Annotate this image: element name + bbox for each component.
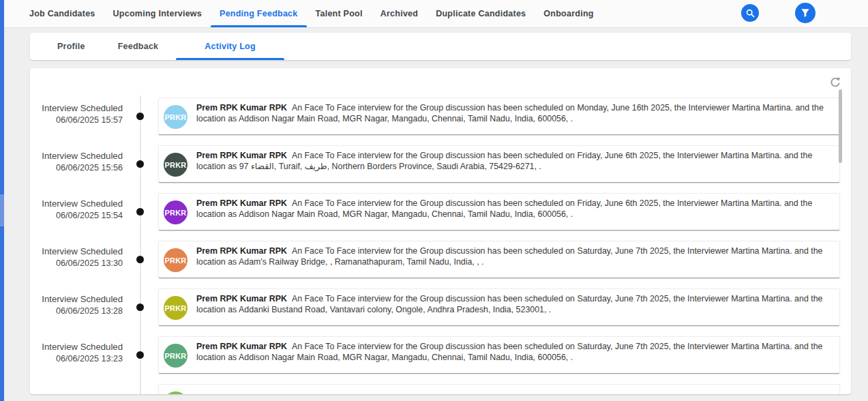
timeline-dot-icon — [136, 113, 144, 120]
candidate-name: Prem RPK Kumar RPK — [196, 103, 287, 113]
sub-tab-label: Profile — [57, 42, 85, 51]
activity-log-entry: Interview Scheduled 06/06/2025 15:54 PRK… — [30, 193, 851, 231]
left-scrollbar-rail[interactable] — [0, 0, 4, 401]
entry-timestamp: 06/06/2025 15:54 — [30, 210, 123, 222]
activity-log-entry: Interview Scheduled 06/06/2025 15:57 PRK… — [30, 98, 851, 135]
entry-event-block: Interview Scheduled 06/06/2025 15:54 — [30, 198, 123, 222]
entry-timestamp: 06/06/2025 13:30 — [30, 258, 123, 269]
entry-card[interactable]: PRKR Prem RPK Kumar RPKAn Face To Face i… — [158, 193, 840, 231]
activity-log-entry-partial: PRKR — [30, 384, 851, 394]
entry-text: Prem RPK Kumar RPKAn Face To Face interv… — [196, 289, 839, 315]
entry-message: An Face To Face interview for the Group … — [196, 294, 822, 314]
entry-message: An Face To Face interview for the Group … — [196, 151, 812, 171]
entry-event-label: Interview Scheduled — [30, 246, 123, 258]
entry-card[interactable]: PRKR Prem RPK Kumar RPKAn Face To Face i… — [158, 336, 840, 374]
entry-text: Prem RPK Kumar RPKAn Face To Face interv… — [196, 194, 839, 220]
search-button[interactable] — [741, 4, 759, 22]
entry-timestamp: 06/06/2025 13:23 — [30, 353, 123, 365]
entry-card[interactable]: PRKR Prem RPK Kumar RPKAn Face To Face i… — [158, 241, 840, 278]
entry-message: An Face To Face interview for the Group … — [196, 342, 822, 362]
nav-tab-label: Pending Feedback — [220, 9, 297, 18]
entry-text — [196, 385, 839, 389]
entry-event-label: Interview Scheduled — [30, 341, 123, 353]
nav-tab-talent-pool[interactable]: Talent Pool — [307, 0, 372, 27]
nav-tab-label: Archived — [380, 9, 419, 18]
entry-text: Prem RPK Kumar RPKAn Face To Face interv… — [196, 146, 839, 172]
entry-event-block: Interview Scheduled 06/06/2025 13:23 — [30, 341, 123, 365]
entry-event-block: Interview Scheduled 06/06/2025 15:57 — [30, 102, 123, 126]
entry-message: An Face To Face interview for the Group … — [196, 103, 824, 123]
nav-tab-pending-feedback[interactable]: Pending Feedback — [211, 0, 306, 27]
avatar: PRKR — [164, 153, 188, 177]
sub-tab-label: Activity Log — [205, 42, 256, 51]
nav-tab-label: Duplicate Candidates — [436, 9, 526, 18]
entry-message: An Face To Face interview for the Group … — [196, 198, 812, 219]
entry-card[interactable]: PRKR Prem RPK Kumar RPKAn Face To Face i… — [158, 98, 840, 135]
timeline-dot-icon — [136, 351, 144, 359]
timeline-dot-icon — [136, 208, 144, 216]
entry-text: Prem RPK Kumar RPKAn Face To Face interv… — [196, 98, 839, 124]
timeline-entries: Interview Scheduled 06/06/2025 15:57 PRK… — [30, 98, 851, 394]
activity-log-panel: Interview Scheduled 06/06/2025 15:57 PRK… — [30, 68, 851, 394]
entry-event-label: Interview Scheduled — [30, 293, 123, 306]
active-tab-indicator — [211, 25, 306, 27]
timeline-dot-icon — [136, 303, 144, 311]
app-root: Job Candidates Upcoming Interviews Pendi… — [0, 0, 868, 401]
active-sub-tab-indicator — [176, 58, 284, 60]
refresh-button[interactable] — [829, 76, 843, 89]
entry-event-block: Interview Scheduled 06/06/2025 13:28 — [30, 293, 123, 317]
entry-timestamp: 06/06/2025 15:56 — [30, 162, 123, 174]
top-nav-bar: Job Candidates Upcoming Interviews Pendi… — [4, 0, 868, 28]
nav-tab-label: Onboarding — [543, 9, 593, 18]
entry-text: Prem RPK Kumar RPKAn Face To Face interv… — [196, 241, 839, 267]
candidate-name: Prem RPK Kumar RPK — [196, 342, 287, 351]
nav-tab-label: Upcoming Interviews — [113, 9, 202, 18]
main-tab-list: Job Candidates Upcoming Interviews Pendi… — [4, 0, 868, 27]
nav-tab-job-candidates[interactable]: Job Candidates — [20, 0, 104, 27]
avatar: PRKR — [164, 391, 188, 394]
activity-log-entry: Interview Scheduled 06/06/2025 13:23 PRK… — [30, 336, 851, 374]
filter-button[interactable] — [795, 3, 815, 23]
entry-message: An Face To Face interview for the Group … — [196, 246, 822, 267]
entry-event-label: Interview Scheduled — [30, 198, 123, 210]
avatar: PRKR — [164, 344, 188, 368]
entry-text: Prem RPK Kumar RPKAn Face To Face interv… — [196, 337, 839, 363]
entry-card[interactable]: PRKR Prem RPK Kumar RPKAn Face To Face i… — [158, 145, 840, 183]
activity-log-entry: Interview Scheduled 06/06/2025 15:56 PRK… — [30, 145, 851, 183]
entry-event-block: Interview Scheduled 06/06/2025 15:56 — [30, 150, 123, 174]
nav-tab-duplicate-candidates[interactable]: Duplicate Candidates — [427, 0, 535, 27]
refresh-icon — [829, 76, 843, 89]
nav-tab-label: Job Candidates — [29, 9, 95, 18]
avatar: PRKR — [164, 296, 188, 320]
candidate-name: Prem RPK Kumar RPK — [196, 198, 287, 208]
avatar: PRKR — [164, 200, 188, 224]
nav-tab-upcoming-interviews[interactable]: Upcoming Interviews — [104, 0, 211, 27]
timeline-dot-icon — [136, 256, 144, 263]
entry-event-label: Interview Scheduled — [30, 150, 123, 162]
entry-timestamp: 06/06/2025 13:28 — [30, 306, 123, 317]
sub-tab-feedback[interactable]: Feedback — [100, 33, 177, 60]
activity-log-entry: Interview Scheduled 06/06/2025 13:30 PRK… — [30, 241, 851, 278]
candidate-name: Prem RPK Kumar RPK — [196, 151, 287, 160]
activity-log-entry: Interview Scheduled 06/06/2025 13:28 PRK… — [30, 288, 851, 326]
search-icon — [745, 8, 755, 18]
left-scrollbar-thumb[interactable] — [0, 194, 4, 226]
entry-card[interactable]: PRKR Prem RPK Kumar RPKAn Face To Face i… — [158, 288, 840, 326]
nav-tab-onboarding[interactable]: Onboarding — [535, 0, 602, 27]
sub-tab-profile[interactable]: Profile — [42, 33, 100, 60]
content-scrollbar-thumb[interactable] — [839, 89, 842, 163]
sub-tab-bar: Profile Feedback Activity Log — [30, 33, 851, 60]
avatar: PRKR — [164, 105, 188, 129]
nav-tab-label: Talent Pool — [316, 9, 363, 18]
entry-card[interactable]: PRKR — [158, 384, 840, 394]
filter-icon — [800, 8, 810, 18]
candidate-name: Prem RPK Kumar RPK — [196, 294, 287, 303]
sub-tab-activity-log[interactable]: Activity Log — [176, 33, 284, 60]
nav-tab-archived[interactable]: Archived — [372, 0, 428, 27]
candidate-name: Prem RPK Kumar RPK — [196, 246, 287, 256]
entry-timestamp: 06/06/2025 15:57 — [30, 115, 123, 126]
timeline-dot-icon — [136, 160, 144, 168]
entry-event-label: Interview Scheduled — [30, 102, 123, 115]
sub-tab-label: Feedback — [118, 42, 159, 51]
avatar: PRKR — [164, 248, 188, 272]
